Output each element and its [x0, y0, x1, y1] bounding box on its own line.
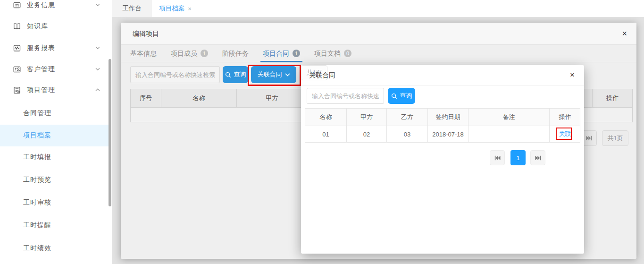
- search-icon: [225, 72, 231, 78]
- assoc-contracts-table: 名称 甲方 乙方 签约日期 备注 操作 01 02 03 2018-07-18 …: [305, 108, 580, 143]
- project-doc-icon: [13, 86, 21, 94]
- tab-project-documents[interactable]: 项目文档 0: [314, 45, 351, 62]
- chart-icon: [13, 44, 21, 52]
- assoc-modal-title: 关联合同: [309, 65, 335, 85]
- tab-project-archive[interactable]: 项目档案 ×: [152, 0, 199, 17]
- table-row: 01 02 03 2018-07-18 关联: [305, 126, 580, 142]
- edit-modal-tabs: 基本信息 项目成员 1 阶段任务 项目合同 1 项目文档 0: [121, 45, 636, 62]
- sidebar-item-timesheet-performance[interactable]: 工时绩效: [0, 238, 109, 259]
- tab-project-contracts[interactable]: 项目合同 1: [263, 45, 300, 62]
- chevron-up-icon: [95, 88, 100, 92]
- assoc-modal-header: 关联合同 ×: [301, 65, 584, 85]
- sidebar-item-timesheet-review[interactable]: 工时审核: [0, 192, 109, 213]
- sidebar-item-business-info[interactable]: 业务信息: [0, 0, 112, 16]
- count-badge: 1: [201, 50, 208, 57]
- sidebar-item-label: 知识库: [27, 22, 48, 31]
- form-icon: [13, 1, 21, 9]
- associate-contract-button[interactable]: 关联合同: [251, 66, 296, 83]
- query-button[interactable]: 查询: [223, 66, 248, 83]
- sidebar-item-timesheet-remind[interactable]: 工时提醒: [0, 214, 109, 236]
- page-total-label: 共1页: [602, 130, 628, 146]
- close-icon[interactable]: ×: [622, 29, 627, 38]
- count-badge: 0: [344, 50, 351, 57]
- customer-card-icon: [13, 65, 21, 74]
- contract-search-input[interactable]: [130, 66, 220, 83]
- tab-project-members[interactable]: 项目成员 1: [171, 45, 208, 62]
- tab-basic-info[interactable]: 基本信息: [130, 45, 157, 62]
- tab-stage-tasks[interactable]: 阶段任务: [222, 45, 249, 62]
- current-page-button[interactable]: 1: [510, 150, 526, 165]
- sidebar-item-timesheet-fill[interactable]: 工时填报: [0, 146, 109, 168]
- sidebar-item-service-report[interactable]: 服务报表: [0, 37, 112, 59]
- book-icon: [13, 22, 21, 31]
- sidebar-scrollbar-thumb[interactable]: [109, 59, 111, 206]
- first-page-button[interactable]: [490, 150, 505, 165]
- table-header-row: 名称 甲方 乙方 签约日期 备注 操作: [305, 109, 580, 126]
- sidebar-item-contract-mgmt[interactable]: 合同管理: [0, 102, 109, 124]
- sidebar-item-project-archive[interactable]: 项目档案: [0, 125, 109, 146]
- sidebar-item-customer-mgmt[interactable]: 客户管理: [0, 59, 112, 80]
- last-page-icon: [535, 155, 541, 161]
- edit-modal-title: 编辑项目: [133, 23, 159, 45]
- assoc-search-input[interactable]: [307, 88, 384, 104]
- sidebar-item-label: 客户管理: [27, 65, 55, 74]
- sidebar-item-timesheet-preview[interactable]: 工时预览: [0, 169, 109, 191]
- associate-link[interactable]: 关联: [559, 130, 571, 138]
- last-page-icon: [586, 136, 592, 141]
- sidebar-item-knowledge-base[interactable]: 知识库: [0, 16, 112, 37]
- last-page-button[interactable]: [530, 150, 545, 165]
- count-badge: 1: [293, 50, 300, 57]
- sidebar-item-project-mgmt[interactable]: 项目管理: [0, 79, 112, 101]
- close-icon[interactable]: ×: [570, 70, 575, 80]
- top-tabbar: 工作台 项目档案 ×: [112, 0, 644, 17]
- chevron-down-icon: [285, 73, 290, 77]
- search-icon: [391, 93, 397, 99]
- first-page-icon: [494, 155, 501, 161]
- sidebar-item-label: 业务信息: [27, 1, 55, 9]
- tab-close-icon[interactable]: ×: [188, 5, 192, 12]
- sidebar-item-label: 服务报表: [27, 44, 55, 52]
- chevron-down-icon: [95, 46, 100, 50]
- tab-workbench[interactable]: 工作台: [112, 0, 152, 17]
- sidebar: 业务信息 知识库 服务报表 客户管理 项目管理 合同管理 项目档案 工时填报 工…: [0, 0, 112, 264]
- chevron-down-icon: [95, 68, 100, 71]
- chevron-down-icon: [95, 3, 100, 7]
- associate-contract-modal: 关联合同 × 查询 名称 甲方 乙方 签约日期 备注 操作 01 02 03 2…: [301, 65, 584, 254]
- edit-modal-header: 编辑项目 ×: [121, 23, 636, 45]
- assoc-query-button[interactable]: 查询: [388, 88, 415, 104]
- sidebar-item-label: 项目管理: [27, 86, 55, 94]
